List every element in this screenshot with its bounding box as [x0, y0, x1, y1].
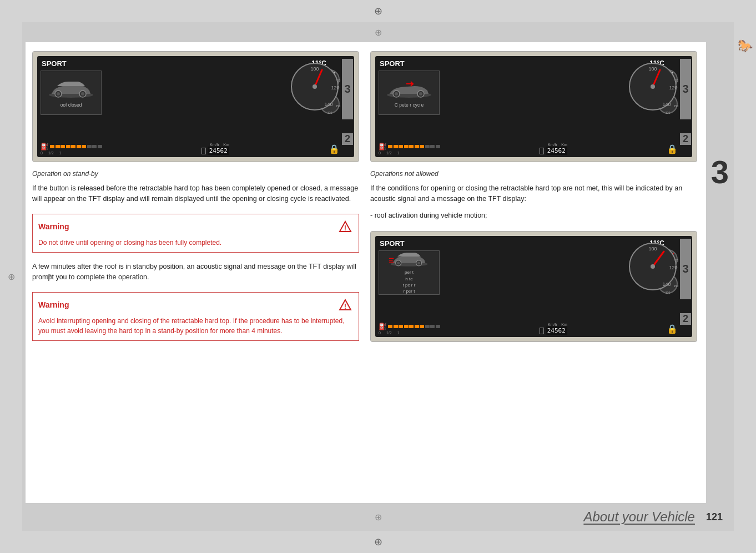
svg-point-29 — [395, 92, 398, 95]
fuel-num-1: 1 — [59, 151, 62, 155]
screen1-odo: Km/h Km 24562 — [201, 143, 229, 155]
svg-point-49 — [651, 84, 655, 89]
screen2-car-box: C pete r cyc e — [379, 71, 440, 115]
warning-box-1: Warning ! Do not drive until opening or … — [32, 214, 359, 253]
screen3-num2: 2 — [680, 313, 691, 325]
warning1-triangle-icon: ! — [337, 219, 353, 234]
inner-page: ⊕ ⊕ SPORT 11°C 3 2 — [22, 22, 734, 531]
screen3-num3: 3 — [680, 239, 691, 299]
km-label: Km — [223, 143, 229, 147]
screen3-label2: h te — [405, 276, 412, 281]
fuel-bar-7 — [82, 145, 86, 148]
screen3-kmh-label: Km/h — [548, 323, 557, 326]
screen2-lock-icon: 🔒 — [667, 144, 678, 154]
tft-screen-inner-3: SPORT 11°C 3 2 — [375, 236, 692, 337]
caption2: Operations not allowed — [370, 170, 697, 178]
svg-point-31 — [419, 92, 422, 95]
bottom-registration-bar: ⊕ — [0, 531, 756, 553]
s3-fuel-bar-10 — [436, 325, 440, 328]
screen2-fuel-nums: 0 1/2 1 — [379, 151, 440, 155]
screen2-fuel-icon-row: ⛽ — [379, 143, 440, 150]
svg-text:120: 120 — [669, 265, 677, 270]
screen2-km-label: Km — [561, 143, 567, 147]
svg-point-52 — [397, 262, 400, 264]
car-silhouette-1 — [46, 78, 96, 100]
s3-fuel-bar-7 — [420, 325, 424, 328]
svg-point-75 — [651, 264, 655, 269]
screen2-odo-labels: Km/h Km — [548, 143, 567, 147]
screen2-sport-label: SPORT — [380, 59, 405, 68]
svg-point-54 — [417, 262, 420, 264]
left-border: ⊕ — [0, 22, 22, 531]
fuel-num-0: 0 — [41, 151, 43, 155]
car-silhouette-2 — [384, 78, 434, 100]
screen1-roof-label: oof closed — [61, 102, 82, 108]
main-content: SPORT 11°C 3 2 — [26, 42, 706, 503]
bottom-bar-reg-mark: ⊕ — [375, 512, 382, 522]
screen3-fuel-bars — [388, 325, 440, 328]
s2-fuel-bar-2 — [394, 145, 398, 148]
warning2-header: Warning ! — [38, 297, 353, 313]
page-content: ⊕ SPORT 11°C 3 2 — [22, 42, 734, 503]
screen1-bottom: ⛽ — [41, 143, 340, 155]
fuel-bar-2 — [56, 145, 60, 148]
s3-fuel-bar-6 — [415, 325, 419, 328]
screen3-fuel-icon-row: ⛽ — [379, 323, 440, 330]
left-column: SPORT 11°C 3 2 — [32, 51, 359, 494]
svg-text:140: 140 — [662, 102, 671, 107]
s2-fuel-bar-10 — [436, 145, 440, 148]
s2-fuel-bar-7 — [420, 145, 424, 148]
right-body-text-1: If the conditions for opening or closing… — [370, 183, 697, 205]
fuel-icon-row: ⛽ — [41, 143, 102, 150]
lock-icon: 🔒 — [329, 144, 340, 154]
s2-fuel-bar-1 — [388, 145, 392, 148]
screen3-car-box: per t h te t pc r r r per t — [379, 250, 440, 295]
tft-screen-1: SPORT 11°C 3 2 — [32, 51, 359, 162]
svg-point-22 — [313, 84, 317, 89]
chapter-number: 3 — [711, 153, 729, 190]
svg-point-2 — [57, 92, 60, 95]
svg-text:100: 100 — [310, 66, 319, 72]
tft-screen-inner-1: SPORT 11°C 3 2 — [37, 56, 354, 157]
screen2-speedo: 100 120 140 — [628, 62, 678, 112]
screen3-label4: r per t — [404, 289, 415, 294]
right-column: SPORT 11°C 3 2 — [370, 51, 697, 494]
s2-fuel-bar-8 — [425, 145, 430, 148]
screen1-sport-label: SPORT — [42, 59, 67, 68]
svg-point-4 — [81, 92, 84, 95]
screen3-odo: Km/h Km 24562 — [540, 323, 567, 335]
screen2-kmh-label: Km/h — [548, 143, 557, 147]
screen2-fuel-pump-icon: ⛽ — [379, 143, 387, 150]
screen1-num3: 3 — [342, 59, 353, 119]
screen2-num3: 3 — [680, 59, 691, 119]
svg-text:100: 100 — [648, 66, 657, 72]
s3-fuel-bar-3 — [399, 325, 403, 328]
right-bullet-1: - roof activation during vehicle motion; — [370, 210, 697, 221]
top-registration-bar: ⊕ — [0, 0, 756, 22]
warning2-triangle-icon: ! — [337, 297, 353, 313]
s2-fuel-bar-5 — [409, 145, 414, 148]
right-border: 🐎 — [734, 22, 756, 531]
s3-fuel-bar-5 — [409, 325, 414, 328]
fuel-pump-icon: ⛽ — [41, 143, 49, 150]
tft-screen-3: SPORT 11°C 3 2 — [370, 231, 697, 342]
page-number: 121 — [706, 511, 723, 523]
warning1-header: Warning ! — [38, 219, 353, 234]
screen2-odo-number: 24562 — [546, 147, 567, 155]
top-reg-mark: ⊕ — [374, 5, 382, 17]
fuel-nums: 0 1/2 1 — [41, 151, 102, 155]
s3-fuel-bar-8 — [425, 325, 430, 328]
odo-square — [201, 148, 206, 154]
screen3-fuel: ⛽ — [379, 323, 440, 335]
fuel-bar-1 — [50, 145, 54, 148]
screen3-label3: t pc r r — [403, 283, 416, 288]
fuel-bars — [50, 145, 102, 148]
fuel-bar-5 — [71, 145, 75, 148]
screen2-odo-box: 24562 — [540, 147, 567, 155]
bottom-reg-mark: ⊕ — [374, 536, 382, 548]
screen3-odo-labels: Km/h Km — [548, 323, 567, 326]
screen3-lock-icon: 🔒 — [667, 324, 678, 334]
caption1: Operation on stand-by — [32, 170, 359, 178]
s2-fuel-bar-3 — [399, 145, 403, 148]
screen3-km-label: Km — [561, 323, 567, 326]
